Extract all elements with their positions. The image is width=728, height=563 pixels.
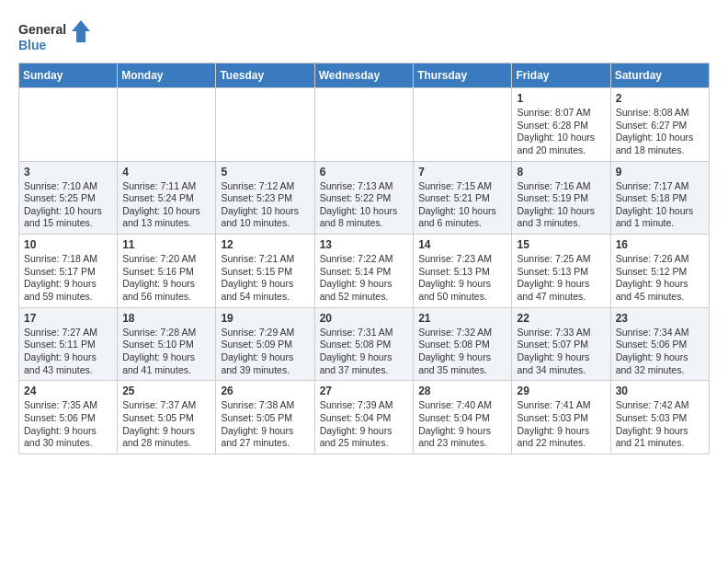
weekday-header-row: SundayMondayTuesdayWednesdayThursdayFrid…	[19, 63, 710, 88]
weekday-header-saturday: Saturday	[610, 63, 709, 88]
day-number: 19	[221, 312, 309, 325]
weekday-header-thursday: Thursday	[414, 63, 512, 88]
cell-info-line: Sunset: 5:06 PM	[616, 339, 704, 351]
cell-info-line: Sunset: 5:17 PM	[24, 266, 112, 279]
cell-info-line: Sunrise: 7:34 AM	[616, 327, 704, 339]
cell-info-line: Sunrise: 7:16 AM	[517, 180, 605, 193]
cell-info-line: Daylight: 10 hours and 15 minutes.	[24, 205, 112, 230]
weekday-header-sunday: Sunday	[19, 63, 118, 88]
week-row-3: 10Sunrise: 7:18 AMSunset: 5:17 PMDayligh…	[19, 235, 710, 308]
calendar-cell: 4Sunrise: 7:11 AMSunset: 5:24 PMDaylight…	[118, 161, 216, 235]
cell-info-line: Daylight: 9 hours and 23 minutes.	[418, 425, 506, 450]
calendar-cell: 16Sunrise: 7:26 AMSunset: 5:12 PMDayligh…	[610, 235, 709, 308]
cell-info-line: Sunrise: 7:32 AM	[418, 327, 506, 339]
day-number: 14	[418, 238, 506, 251]
calendar-cell	[118, 88, 216, 162]
day-number: 22	[517, 312, 605, 325]
weekday-header-monday: Monday	[118, 63, 216, 88]
cell-info-line: Sunset: 5:12 PM	[616, 266, 704, 279]
day-number: 13	[320, 238, 409, 251]
cell-info-line: Daylight: 9 hours and 25 minutes.	[320, 425, 409, 450]
calendar-cell: 12Sunrise: 7:21 AMSunset: 5:15 PMDayligh…	[216, 235, 314, 308]
logo: General Blue	[18, 18, 92, 55]
calendar-cell: 27Sunrise: 7:39 AMSunset: 5:04 PMDayligh…	[314, 381, 414, 454]
cell-info-line: Daylight: 9 hours and 30 minutes.	[24, 425, 112, 450]
calendar-cell: 18Sunrise: 7:28 AMSunset: 5:10 PMDayligh…	[118, 307, 216, 381]
cell-info-line: Sunrise: 7:15 AM	[418, 180, 506, 193]
day-number: 5	[221, 166, 309, 178]
weekday-header-wednesday: Wednesday	[314, 63, 414, 88]
cell-info-line: Sunrise: 7:10 AM	[24, 180, 112, 193]
cell-info-line: Sunset: 5:25 PM	[24, 192, 112, 205]
calendar-cell: 17Sunrise: 7:27 AMSunset: 5:11 PMDayligh…	[19, 307, 118, 381]
calendar-cell: 15Sunrise: 7:25 AMSunset: 5:13 PMDayligh…	[512, 235, 610, 308]
calendar-cell: 30Sunrise: 7:42 AMSunset: 5:03 PMDayligh…	[610, 381, 709, 454]
cell-info-line: Daylight: 9 hours and 43 minutes.	[24, 351, 112, 376]
cell-info-line: Sunset: 5:08 PM	[320, 339, 409, 351]
cell-info-line: Daylight: 9 hours and 54 minutes.	[221, 278, 309, 303]
week-row-4: 17Sunrise: 7:27 AMSunset: 5:11 PMDayligh…	[19, 307, 710, 381]
logo-svg: General Blue	[18, 18, 92, 55]
header: General Blue	[18, 15, 710, 55]
cell-info-line: Sunrise: 7:25 AM	[517, 253, 605, 266]
cell-info-line: Sunset: 5:05 PM	[221, 412, 309, 425]
cell-info-line: Sunrise: 8:07 AM	[517, 107, 605, 120]
cell-info-line: Daylight: 9 hours and 37 minutes.	[320, 351, 409, 376]
cell-info-line: Daylight: 9 hours and 41 minutes.	[122, 351, 210, 376]
cell-info-line: Sunset: 5:10 PM	[122, 339, 210, 351]
cell-info-line: Sunset: 5:09 PM	[221, 339, 309, 351]
day-number: 10	[24, 238, 112, 251]
cell-info-line: Sunset: 5:14 PM	[320, 266, 409, 279]
day-number: 7	[418, 166, 506, 178]
day-number: 23	[616, 312, 704, 325]
week-row-2: 3Sunrise: 7:10 AMSunset: 5:25 PMDaylight…	[19, 161, 710, 235]
cell-info-line: Sunrise: 7:40 AM	[418, 399, 506, 412]
page: General Blue SundayMondayTuesdayWednesda…	[0, 0, 728, 469]
calendar-cell: 2Sunrise: 8:08 AMSunset: 6:27 PMDaylight…	[610, 88, 709, 162]
cell-info-line: Sunrise: 7:21 AM	[221, 253, 309, 266]
cell-info-line: Daylight: 10 hours and 20 minutes.	[517, 132, 605, 156]
day-number: 30	[616, 385, 704, 397]
day-number: 8	[517, 166, 605, 178]
svg-text:Blue: Blue	[18, 38, 47, 52]
day-number: 24	[24, 385, 112, 397]
cell-info-line: Daylight: 9 hours and 28 minutes.	[122, 425, 210, 450]
calendar-table: SundayMondayTuesdayWednesdayThursdayFrid…	[18, 63, 710, 454]
day-number: 20	[320, 312, 409, 325]
cell-info-line: Sunset: 5:06 PM	[24, 412, 112, 425]
cell-info-line: Daylight: 9 hours and 52 minutes.	[320, 278, 409, 303]
day-number: 2	[616, 92, 704, 105]
week-row-5: 24Sunrise: 7:35 AMSunset: 5:06 PMDayligh…	[19, 381, 710, 454]
cell-info-line: Sunset: 5:18 PM	[616, 192, 704, 205]
day-number: 28	[418, 385, 506, 397]
cell-info-line: Sunset: 6:27 PM	[616, 120, 704, 132]
calendar-cell: 24Sunrise: 7:35 AMSunset: 5:06 PMDayligh…	[19, 381, 118, 454]
day-number: 16	[616, 238, 704, 251]
cell-info-line: Sunset: 6:28 PM	[517, 120, 605, 132]
cell-info-line: Sunrise: 7:37 AM	[122, 399, 210, 412]
cell-info-line: Sunset: 5:19 PM	[517, 192, 605, 205]
calendar-cell: 10Sunrise: 7:18 AMSunset: 5:17 PMDayligh…	[19, 235, 118, 308]
calendar-cell: 19Sunrise: 7:29 AMSunset: 5:09 PMDayligh…	[216, 307, 314, 381]
cell-info-line: Sunrise: 8:08 AM	[616, 107, 704, 120]
cell-info-line: Sunset: 5:05 PM	[122, 412, 210, 425]
cell-info-line: Daylight: 9 hours and 35 minutes.	[418, 351, 506, 376]
cell-info-line: Daylight: 9 hours and 45 minutes.	[616, 278, 704, 303]
day-number: 26	[221, 385, 309, 397]
cell-info-line: Sunset: 5:04 PM	[418, 412, 506, 425]
cell-info-line: Daylight: 10 hours and 1 minute.	[616, 205, 704, 230]
cell-info-line: Sunrise: 7:17 AM	[616, 180, 704, 193]
cell-info-line: Daylight: 9 hours and 32 minutes.	[616, 351, 704, 376]
svg-text:General: General	[18, 22, 66, 37]
cell-info-line: Sunrise: 7:38 AM	[221, 399, 309, 412]
day-number: 21	[418, 312, 506, 325]
cell-info-line: Daylight: 10 hours and 13 minutes.	[122, 205, 210, 230]
cell-info-line: Sunset: 5:08 PM	[418, 339, 506, 351]
cell-info-line: Daylight: 9 hours and 21 minutes.	[616, 425, 704, 450]
day-number: 15	[517, 238, 605, 251]
cell-info-line: Daylight: 10 hours and 8 minutes.	[320, 205, 409, 230]
cell-info-line: Sunrise: 7:20 AM	[122, 253, 210, 266]
calendar-cell: 11Sunrise: 7:20 AMSunset: 5:16 PMDayligh…	[118, 235, 216, 308]
calendar-cell: 20Sunrise: 7:31 AMSunset: 5:08 PMDayligh…	[314, 307, 414, 381]
cell-info-line: Sunrise: 7:42 AM	[616, 399, 704, 412]
